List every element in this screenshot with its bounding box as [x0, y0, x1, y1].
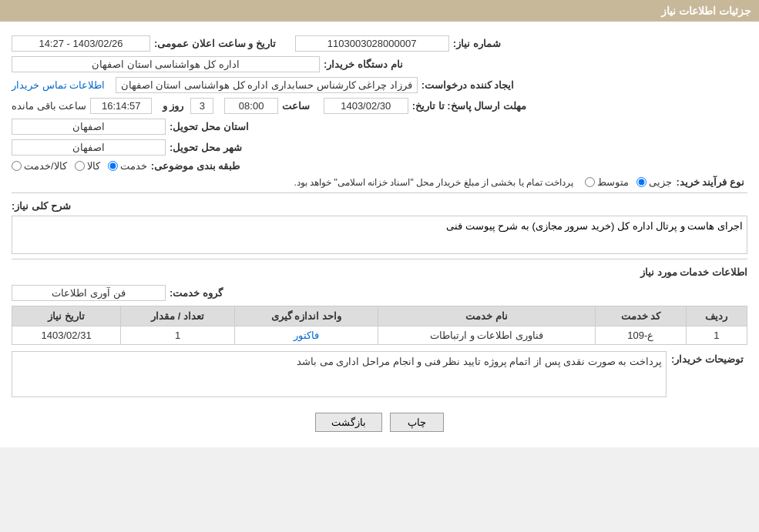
buyer-notes-value: پرداخت به صورت نقدی پس از اتمام پروژه تا… — [12, 351, 667, 397]
row-service-group: گروه خدمت: فن آوری اطلاعات — [12, 285, 747, 301]
cell-service-code: ع-109 — [595, 326, 686, 345]
category-option-goods[interactable]: کالا — [75, 160, 100, 172]
need-number-value: 1103003028000007 — [295, 35, 449, 52]
response-date-value: 1403/02/30 — [324, 98, 408, 114]
cell-service-name: فناوری اطلاعات و ارتباطات — [378, 326, 596, 345]
row-need-number: شماره نیاز: 1103003028000007 تاریخ و ساع… — [12, 35, 747, 52]
row-creator: ایجاد کننده درخواست: فرزاد چراغی کارشناس… — [12, 77, 747, 93]
need-description-textarea[interactable] — [12, 216, 747, 254]
col-header-quantity: تعداد / مقدار — [121, 306, 235, 326]
response-deadline-label: مهلت ارسال پاسخ: تا تاریخ: — [412, 100, 526, 112]
creator-label: ایجاد کننده درخواست: — [421, 79, 515, 91]
col-header-service-name: نام خدمت — [378, 306, 596, 326]
announcement-datetime-value: 1403/02/26 - 14:27 — [12, 35, 150, 52]
category-option-service-label: خدمت — [120, 160, 147, 172]
process-note: پرداخت تمام یا بخشی از مبلغ خریدار محل "… — [12, 177, 573, 188]
category-option-goods-service[interactable]: کالا/خدمت — [12, 160, 67, 172]
category-option-goods-label: کالا — [87, 160, 100, 172]
col-header-need-date: تاریخ نیاز — [12, 306, 121, 326]
buyer-notes-label: توضیحات خریدار: — [667, 351, 744, 365]
buyer-notes-section: توضیحات خریدار: پرداخت به صورت نقدی پس ا… — [12, 351, 747, 397]
service-group-label: گروه خدمت: — [170, 287, 223, 299]
response-remaining-label: ساعت باقی مانده — [12, 100, 86, 112]
delivery-city-value: اصفهان — [12, 139, 166, 156]
row-buyer-org: نام دستگاه خریدار: اداره کل هواشناسی است… — [12, 56, 747, 72]
response-time-label: ساعت — [282, 100, 310, 112]
col-header-service-code: کد خدمت — [595, 306, 686, 326]
category-radio-goods[interactable] — [75, 161, 85, 171]
category-radio-group: خدمت کالا کالا/خدمت — [12, 160, 147, 172]
divider-2 — [12, 259, 747, 259]
announcement-datetime-label: تاریخ و ساعت اعلان عمومی: — [154, 38, 276, 49]
response-days-value: 3 — [190, 98, 213, 114]
category-option-service[interactable]: خدمت — [108, 160, 147, 172]
row-delivery-province: استان محل تحویل: اصفهان — [12, 119, 747, 135]
services-table: ردیف کد خدمت نام خدمت واحد اندازه گیری ت… — [12, 306, 747, 345]
divider-1 — [12, 192, 747, 193]
creator-contact-link[interactable]: اطلاعات تماس خریدار — [12, 79, 105, 91]
cell-rownum: 1 — [686, 326, 747, 345]
process-option-partial[interactable]: جزیی — [636, 176, 672, 188]
buyer-org-value: اداره کل هواشناسی استان اصفهان — [12, 56, 320, 72]
row-delivery-city: شهر محل تحویل: اصفهان — [12, 139, 747, 156]
col-header-unit: واحد اندازه گیری — [234, 306, 378, 326]
row-category: طبقه بندی موضوعی: خدمت کالا کالا/خدمت — [12, 160, 747, 172]
process-radio-group: جزیی متوسط — [585, 176, 672, 188]
process-radio-medium[interactable] — [585, 177, 595, 187]
col-header-rownum: ردیف — [686, 306, 747, 326]
row-response-deadline: مهلت ارسال پاسخ: تا تاریخ: 1403/02/30 سا… — [12, 98, 747, 114]
main-content: شماره نیاز: 1103003028000007 تاریخ و ساع… — [0, 28, 759, 447]
table-row: 1 ع-109 فناوری اطلاعات و ارتباطات فاکتور… — [12, 326, 747, 345]
buyer-org-label: نام دستگاه خریدار: — [324, 59, 403, 70]
cell-unit[interactable]: فاکتور — [234, 326, 378, 345]
service-group-value: فن آوری اطلاعات — [12, 285, 166, 301]
delivery-province-label: استان محل تحویل: — [170, 121, 249, 132]
back-button[interactable]: بازگشت — [315, 413, 382, 432]
creator-value: فرزاد چراغی کارشناس حسابداری اداره کل هو… — [116, 77, 418, 93]
buttons-row: چاپ بازگشت — [12, 405, 747, 440]
row-need-description: شرح کلی نیاز: — [12, 198, 747, 254]
process-radio-partial[interactable] — [636, 177, 646, 187]
page-header: جزئیات اطلاعات نیاز — [0, 0, 759, 22]
cell-quantity: 1 — [121, 326, 235, 345]
need-description-label: شرح کلی نیاز: — [12, 198, 71, 212]
process-option-medium[interactable]: متوسط — [585, 176, 629, 188]
category-radio-service[interactable] — [108, 161, 118, 171]
cell-need-date: 1403/02/31 — [12, 326, 121, 345]
process-option-medium-label: متوسط — [597, 176, 629, 188]
response-time-value: 08:00 — [224, 98, 278, 114]
row-process-type: نوع فرآیند خرید: جزیی متوسط پرداخت تمام … — [12, 176, 747, 188]
response-days-label: روز و — [163, 100, 184, 112]
delivery-province-value: اصفهان — [12, 119, 166, 135]
category-radio-goods-service[interactable] — [12, 161, 22, 171]
process-label: نوع فرآیند خرید: — [676, 176, 744, 188]
category-option-goods-service-label: کالا/خدمت — [24, 160, 67, 172]
page-container: جزئیات اطلاعات نیاز شماره نیاز: 11030030… — [0, 0, 759, 447]
services-section-title: اطلاعات خدمات مورد نیاز — [12, 264, 747, 280]
delivery-city-label: شهر محل تحویل: — [170, 142, 242, 153]
print-button[interactable]: چاپ — [390, 413, 444, 432]
process-option-partial-label: جزیی — [649, 176, 672, 188]
category-label: طبقه بندی موضوعی: — [151, 160, 240, 172]
response-remaining-value: 16:14:57 — [90, 98, 152, 114]
page-title: جزئیات اطلاعات نیاز — [661, 5, 751, 17]
need-number-label: شماره نیاز: — [453, 38, 501, 49]
